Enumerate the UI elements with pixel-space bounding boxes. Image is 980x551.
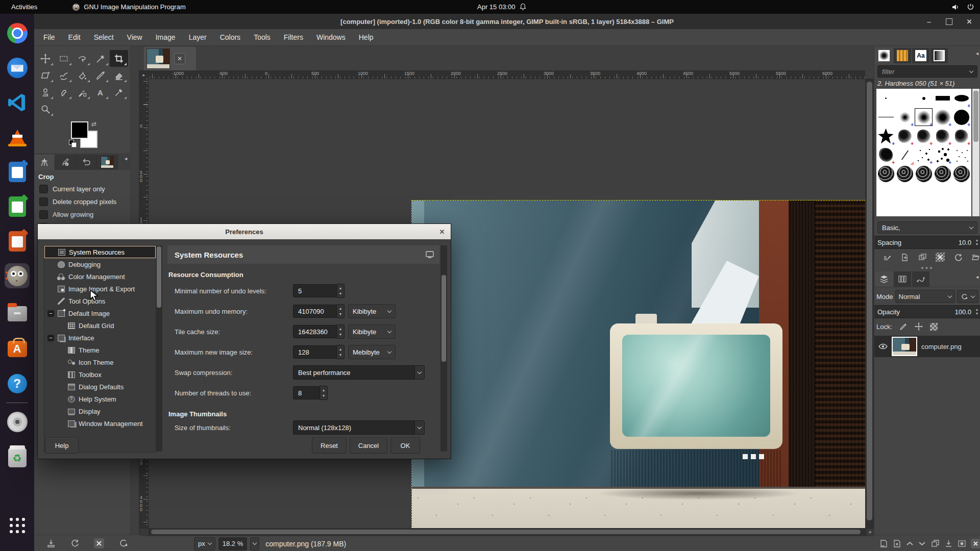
prefs-category-item[interactable]: − Theme [44,344,156,356]
spacing-spinner[interactable]: ▲▼ [973,237,980,248]
tab-layers[interactable] [875,271,893,287]
brush-swatch[interactable] [933,89,952,108]
close-button[interactable]: ✕ [966,18,973,26]
tab-fonts[interactable]: Aa [912,48,929,63]
open-brush-folder-icon[interactable] [971,253,980,262]
layer-mode-dropdown[interactable]: Normal [895,290,955,303]
edit-brush-icon[interactable] [883,253,892,262]
tab-image-preview[interactable] [97,155,118,170]
brush-preset-dropdown[interactable]: Basic, [877,221,977,234]
dialog-close-icon[interactable]: ✕ [437,227,447,236]
launcher-lo-writer[interactable] [5,159,30,184]
launcher-vscode[interactable] [5,90,30,115]
spinner-buttons[interactable]: ▲▼ [337,284,345,298]
brush-swatch[interactable] [876,164,895,183]
delete-layer-icon[interactable] [971,539,980,548]
brush-swatch[interactable] [895,145,914,164]
tool-rectangle-select[interactable] [55,50,73,67]
brush-swatch[interactable] [933,127,952,145]
thumb-size-dropdown[interactable]: Normal (128x128) [293,420,425,435]
brush-swatch[interactable] [952,127,971,145]
clock-menu[interactable]: Apr 15 03:00 [477,0,527,14]
default-colors-icon[interactable] [69,140,76,147]
launcher-software[interactable] [5,335,30,360]
prefs-category-item[interactable]: − Default Image [44,307,156,319]
tool-bucket-fill[interactable] [73,67,91,84]
launcher-lo-impress[interactable] [5,229,30,254]
spinner-buttons[interactable]: ▲▼ [320,386,328,400]
checkbox[interactable] [39,197,48,206]
dialog-title-bar[interactable]: Preferences ✕ [38,224,451,239]
new-layer-group-icon[interactable] [893,539,901,548]
prefs-category-item[interactable]: − Debugging [44,258,156,270]
canvas-image[interactable] [412,201,865,528]
tab-channels[interactable] [894,271,911,287]
tool-color-picker[interactable] [110,84,128,101]
prefs-category-item[interactable]: − Toolbox [44,368,156,381]
undo-levels-input[interactable]: 5 [293,284,337,297]
vertical-scrollbar[interactable] [865,79,874,528]
launcher-thunderbird[interactable] [5,55,30,80]
prefs-category-item[interactable]: − Dialog Defaults [44,381,156,393]
brush-swatch[interactable] [914,145,933,164]
image-tab-close-icon[interactable]: ✕ [174,53,185,64]
tab-paths[interactable] [912,271,929,287]
menu-item[interactable]: Help [359,33,374,41]
tool-zoom[interactable] [36,101,55,117]
brush-swatch[interactable] [952,108,971,127]
undo-memory-unit-dropdown[interactable]: Kibibyte [348,304,396,318]
save-tool-preset-icon[interactable] [46,539,56,548]
dock-menu-arrow-icon[interactable]: ◄ [124,156,128,161]
brush-swatch[interactable] [914,89,933,108]
gimp-title-bar[interactable]: [computer] (imported)-1.0 (RGB color 8-b… [34,14,980,29]
lock-pixels-icon[interactable] [899,322,908,331]
content-scrollbar[interactable] [440,245,447,452]
undo-memory-input[interactable]: 4107090 [293,305,337,318]
delete-brush-icon[interactable] [936,253,945,262]
menu-item[interactable]: Windows [316,33,346,41]
lower-layer-icon[interactable] [918,540,926,547]
unit-dropdown[interactable]: px [194,537,215,550]
focused-app-indicator[interactable]: GNU Image Manipulation Program [72,3,185,11]
foreground-color-swatch[interactable] [71,121,88,139]
tool-fuzzy-select[interactable] [91,50,110,67]
brush-swatch[interactable] [914,108,933,127]
expander-minus-icon[interactable]: − [47,310,54,317]
brush-swatch[interactable] [876,89,895,108]
brush-grid-scrollbar[interactable] [972,89,979,216]
tool-warp-transform[interactable] [55,67,73,84]
launcher-files[interactable] [5,299,30,324]
launcher-disc[interactable] [5,409,30,434]
tab-undo-history[interactable] [76,155,97,170]
tab-tool-presets[interactable]: i [55,155,76,170]
dock-menu-arrow-icon[interactable]: ◄ [975,51,979,56]
menu-item[interactable]: Edit [68,33,81,41]
spinner-buttons[interactable]: ▲▼ [337,304,345,318]
brush-filter-input[interactable]: filter [877,65,977,78]
delete-tool-preset-icon[interactable] [94,538,104,548]
tool-text[interactable]: A [91,84,110,101]
prefs-category-item[interactable]: − Window Management [44,417,156,430]
brush-swatch[interactable] [914,127,933,145]
tab-gradients[interactable] [930,48,948,63]
new-layer-icon[interactable] [879,539,888,548]
tab-brushes[interactable] [875,48,893,63]
system-status-area[interactable] [951,0,975,14]
spinner-buttons[interactable]: ▲▼ [337,324,345,339]
expander-minus-icon[interactable]: − [47,335,54,341]
brush-swatch[interactable] [952,89,971,108]
reset-tool-options-icon[interactable] [119,539,128,548]
brush-swatch[interactable] [933,145,952,164]
menu-item[interactable]: Filters [284,33,303,41]
tool-clone[interactable] [36,84,55,101]
tool-unified-transform[interactable] [36,67,55,84]
ok-button[interactable]: OK [390,437,420,454]
prefs-category-item[interactable]: − System Resources [44,246,156,258]
menu-item[interactable]: File [43,33,55,41]
launcher-vlc[interactable] [5,124,30,149]
maximize-button[interactable] [946,18,952,25]
prefs-category-item[interactable]: − Interface [44,332,156,344]
tool-eraser[interactable] [110,67,128,84]
tool-move[interactable] [36,50,55,67]
spinner-buttons[interactable]: ▲▼ [337,345,345,359]
